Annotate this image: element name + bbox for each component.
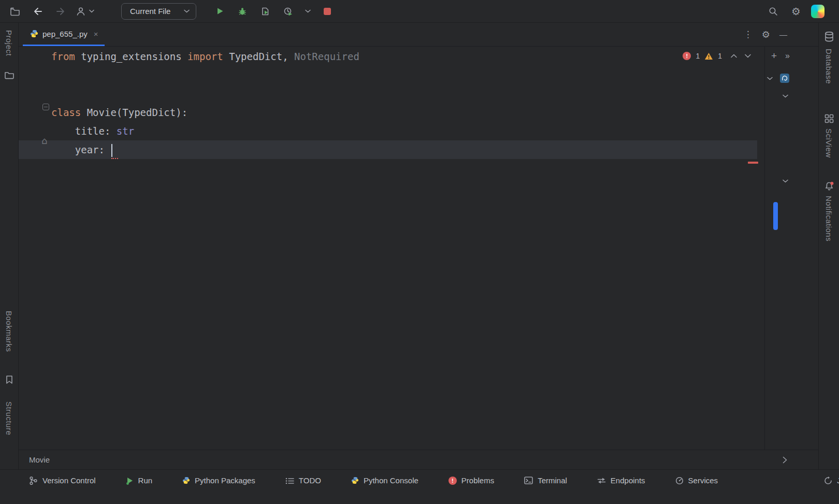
add-datasource-icon[interactable]: + bbox=[771, 51, 777, 61]
tree-chevron-down-icon[interactable] bbox=[783, 179, 788, 183]
search-icon bbox=[768, 6, 778, 17]
run-more-chevron[interactable] bbox=[303, 4, 312, 19]
toolwindow-version-control[interactable]: Version Control bbox=[29, 476, 96, 485]
editor-tab-bar: pep_655_.py × ⋮ ⚙ — bbox=[19, 23, 818, 47]
token: typing_extensions bbox=[75, 51, 187, 62]
next-problem-chevron-icon[interactable] bbox=[745, 54, 751, 58]
toolwindow-label: Jupy bbox=[837, 476, 839, 485]
editor-settings-gear-icon[interactable]: ⚙ bbox=[762, 30, 770, 39]
python-icon bbox=[351, 477, 359, 484]
error-icon: ! bbox=[683, 52, 691, 60]
debug-button[interactable] bbox=[235, 4, 250, 19]
python-icon bbox=[182, 477, 190, 484]
run-with-coverage-button[interactable] bbox=[257, 4, 273, 19]
token: import bbox=[187, 51, 223, 62]
code-line-title: title: str bbox=[51, 122, 134, 140]
breadcrumb-item-movie[interactable]: Movie bbox=[29, 455, 50, 464]
gear-icon: ⚙ bbox=[791, 6, 801, 17]
left-tool-stripe: Project Bookmarks Structure bbox=[0, 23, 19, 469]
run-play-icon bbox=[215, 7, 224, 16]
profiler-button[interactable] bbox=[280, 4, 296, 19]
token: Movie(TypedDict): bbox=[81, 107, 187, 118]
error-stripe-mark[interactable] bbox=[748, 162, 758, 164]
back-arrow-icon bbox=[33, 7, 43, 16]
sciview-grid-icon[interactable] bbox=[824, 114, 834, 123]
back-button[interactable] bbox=[30, 4, 46, 19]
run-config-label: Current File bbox=[130, 7, 170, 16]
datasource-tree-row[interactable] bbox=[767, 74, 789, 83]
ide-settings-button[interactable]: ⚙ bbox=[788, 4, 804, 19]
folder-icon bbox=[10, 7, 20, 16]
profile-button[interactable] bbox=[76, 4, 94, 19]
toolwindow-run[interactable]: Run bbox=[126, 476, 153, 485]
toolwindow-problems[interactable]: ! Problems bbox=[449, 476, 494, 485]
search-everywhere-button[interactable] bbox=[765, 4, 781, 19]
forward-button[interactable] bbox=[53, 4, 68, 19]
stop-button[interactable] bbox=[320, 4, 335, 19]
tab-title: pep_655_.py bbox=[42, 30, 88, 38]
tab-options-kebab-icon[interactable]: ⋮ bbox=[744, 30, 753, 39]
inspections-widget[interactable]: ! 1 1 bbox=[683, 52, 751, 60]
token-type: str bbox=[117, 125, 134, 137]
text-caret bbox=[111, 144, 112, 157]
token: class bbox=[51, 107, 81, 118]
debug-bug-icon bbox=[238, 7, 247, 16]
toolwindow-label: Run bbox=[138, 476, 153, 485]
run-config-selector[interactable]: Current File bbox=[121, 3, 196, 20]
fold-region-icon[interactable] bbox=[42, 104, 49, 110]
sidebar-item-notifications[interactable]: Notifications bbox=[824, 196, 833, 241]
code-editor[interactable]: from typing_extensions import TypedDict,… bbox=[19, 47, 764, 450]
bookmark-icon[interactable] bbox=[5, 375, 13, 384]
endpoints-icon bbox=[597, 477, 606, 484]
code-line-class: class Movie(TypedDict): bbox=[51, 103, 187, 122]
error-count: 1 bbox=[696, 52, 700, 60]
pycharm-logo bbox=[811, 5, 824, 18]
token: year: bbox=[51, 144, 110, 155]
minimize-icon[interactable]: — bbox=[779, 30, 787, 39]
token: from bbox=[51, 51, 75, 62]
toolwindow-endpoints[interactable]: Endpoints bbox=[597, 476, 645, 485]
warning-count: 1 bbox=[718, 52, 722, 60]
git-branch-icon bbox=[29, 476, 38, 485]
chevron-down-icon bbox=[89, 9, 94, 13]
code-line-year: year: bbox=[51, 140, 112, 159]
open-project-button[interactable] bbox=[7, 4, 23, 19]
toolwindow-label: Version Control bbox=[42, 476, 96, 485]
tab-close-icon[interactable]: × bbox=[92, 30, 98, 38]
right-tool-stripe: Database SciView Notifications bbox=[818, 23, 839, 469]
toolwindow-todo[interactable]: TODO bbox=[285, 476, 321, 485]
toolwindow-label: Endpoints bbox=[611, 476, 645, 485]
chevron-down-icon bbox=[767, 77, 773, 80]
toolwindow-python-console[interactable]: Python Console bbox=[351, 476, 418, 485]
tool-window-bar: Version Control Run Python Packages TODO… bbox=[0, 469, 839, 491]
sidebar-item-structure[interactable]: Structure bbox=[5, 401, 13, 435]
expand-chevron-right-icon[interactable] bbox=[783, 456, 787, 464]
sidebar-item-bookmarks[interactable]: Bookmarks bbox=[5, 311, 13, 352]
toolwindow-terminal[interactable]: Terminal bbox=[524, 476, 567, 485]
forward-arrow-icon bbox=[55, 7, 66, 16]
warning-icon bbox=[704, 52, 713, 60]
tree-chevron-down-icon[interactable] bbox=[783, 94, 788, 98]
database-stack-icon[interactable] bbox=[824, 31, 834, 42]
project-folder-icon[interactable] bbox=[4, 70, 15, 79]
problems-error-icon: ! bbox=[449, 477, 457, 485]
more-chevrons-icon[interactable]: » bbox=[785, 52, 789, 60]
toolwindow-jupyter[interactable]: Jupy bbox=[824, 476, 839, 485]
profiler-icon bbox=[283, 7, 293, 16]
sidebar-item-project[interactable]: Project bbox=[5, 30, 13, 56]
spinner-icon bbox=[824, 477, 832, 485]
caret-line-highlight bbox=[19, 140, 757, 159]
gutter-marker-icon[interactable]: ⌂ bbox=[41, 136, 47, 146]
toolwindow-services[interactable]: Services bbox=[675, 476, 718, 485]
run-button[interactable] bbox=[212, 4, 227, 19]
token: title: bbox=[51, 125, 117, 137]
toolwindow-python-packages[interactable]: Python Packages bbox=[182, 476, 255, 485]
sidebar-item-database[interactable]: Database bbox=[824, 49, 833, 84]
editor-tab[interactable]: pep_655_.py × bbox=[23, 23, 105, 46]
user-icon bbox=[76, 6, 86, 17]
sidebar-item-sciview[interactable]: SciView bbox=[824, 128, 833, 158]
toolwindow-label: Services bbox=[688, 476, 718, 485]
prev-problem-chevron-icon[interactable] bbox=[731, 54, 737, 58]
panel-scrollbar-thumb[interactable] bbox=[773, 202, 778, 230]
notifications-bell-icon[interactable] bbox=[824, 181, 834, 192]
